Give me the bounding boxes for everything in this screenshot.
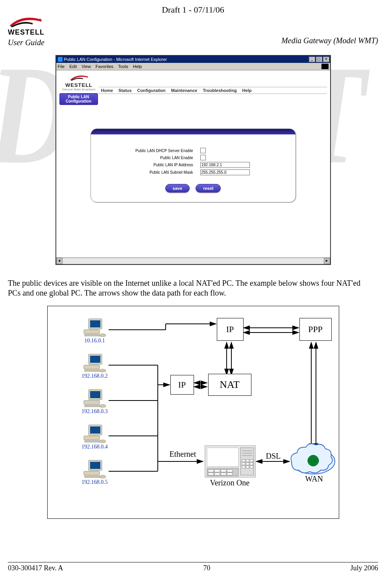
svg-point-76: [100, 475, 106, 478]
svg-rect-51: [227, 473, 233, 475]
lan-ip-label: Public LAN IP Address: [107, 163, 196, 167]
footer-page-number: 70: [203, 564, 210, 572]
menu-view[interactable]: View: [81, 64, 91, 69]
svg-rect-41: [246, 466, 249, 468]
ethernet-label: Ethernet: [170, 450, 196, 459]
svg-rect-48: [208, 473, 214, 475]
svg-rect-49: [214, 473, 220, 475]
svg-rect-29: [207, 448, 238, 467]
nav-maintenance[interactable]: Maintenance: [171, 88, 198, 93]
menu-edit[interactable]: Edit: [69, 64, 77, 69]
draft-header: Draft 1 - 07/11/06: [8, 5, 378, 15]
svg-rect-38: [246, 463, 249, 465]
network-diagram: 10.16.0.1 192.168.0.2 192.168.0.3: [47, 306, 339, 519]
dsl-label: DSL: [266, 452, 281, 461]
pc-1: 10.16.0.1: [81, 318, 109, 344]
svg-point-66: [100, 404, 106, 408]
svg-point-71: [100, 440, 106, 443]
svg-rect-53: [90, 320, 100, 327]
dhcp-enable-checkbox[interactable]: [200, 148, 206, 153]
computer-icon: [83, 353, 107, 372]
close-button[interactable]: ✕: [323, 57, 329, 62]
minimize-button[interactable]: _: [309, 57, 315, 62]
nav-help[interactable]: Help: [242, 88, 252, 93]
nat-box: NAT: [208, 374, 251, 396]
svg-point-56: [100, 334, 106, 337]
logo-text: WESTELL: [8, 28, 59, 37]
svg-rect-54: [84, 330, 100, 334]
pc-4-ip: 192.168.0.4: [81, 444, 109, 450]
menu-tools[interactable]: Tools: [118, 64, 128, 69]
svg-rect-64: [84, 401, 100, 404]
router-brand: WESTELL: [59, 82, 99, 88]
svg-rect-45: [214, 470, 220, 472]
body-paragraph: The public devices are visible on the In…: [8, 278, 374, 298]
svg-rect-36: [250, 459, 253, 462]
pc-2-ip: 192.168.0.2: [81, 373, 109, 379]
lan-mask-input[interactable]: [200, 169, 250, 175]
config-panel: Public LAN DHCP Server Enable Public LAN…: [90, 129, 296, 202]
nav-status[interactable]: Status: [118, 88, 132, 93]
ppp-box: PPP: [299, 318, 332, 341]
sidebar-public-lan-button[interactable]: Public LAN Configuration: [59, 93, 98, 105]
svg-rect-44: [208, 470, 214, 472]
scroll-right-icon[interactable]: ►: [324, 258, 330, 264]
svg-rect-35: [246, 459, 249, 462]
wan-label: WAN: [305, 474, 323, 483]
svg-text:®: ®: [39, 18, 41, 21]
lan-ip-input[interactable]: [200, 162, 250, 168]
pc-5-ip: 192.168.0.5: [81, 479, 109, 485]
svg-rect-37: [242, 463, 245, 465]
page-footer: 030-300417 Rev. A 70 July 2006: [8, 562, 378, 572]
menu-favorites[interactable]: Favorites: [96, 64, 113, 69]
lan-mask-label: Public LAN Subnet Mask: [107, 170, 196, 175]
ip-left-box: IP: [170, 375, 194, 395]
nav-configuration[interactable]: Configuration: [137, 88, 166, 93]
router-logo-swoosh-icon: ®: [69, 74, 89, 82]
svg-rect-39: [250, 463, 253, 465]
user-guide-label: User Guide: [8, 38, 59, 47]
pc-2: 192.168.0.2: [81, 353, 109, 379]
ip-top-box: IP: [217, 318, 244, 341]
svg-point-61: [100, 369, 106, 372]
model-label: Media Gateway (Model WMT): [281, 36, 378, 45]
computer-icon: [83, 389, 107, 408]
svg-rect-34: [242, 459, 245, 462]
pc-3-ip: 192.168.0.3: [81, 408, 109, 415]
footer-left: 030-300417 Rev. A: [8, 564, 63, 572]
svg-rect-47: [227, 470, 233, 472]
scroll-left-icon[interactable]: ◄: [56, 258, 63, 264]
horizontal-scrollbar[interactable]: ◄ ►: [56, 257, 330, 264]
pc-1-ip: 10.16.0.1: [81, 338, 109, 344]
svg-rect-59: [84, 365, 100, 369]
menu-file[interactable]: File: [58, 64, 65, 69]
svg-text:®: ®: [86, 75, 87, 77]
nav-troubleshooting[interactable]: Troubleshooting: [203, 88, 236, 93]
pc-4: 192.168.0.4: [81, 424, 109, 450]
computer-icon: [83, 424, 107, 443]
svg-rect-46: [221, 470, 226, 472]
svg-rect-69: [84, 436, 100, 440]
ie-titlebar: Public LAN Configuration - Microsoft Int…: [56, 56, 330, 63]
save-button[interactable]: save: [165, 184, 190, 193]
verizon-one-label: Verizon One: [210, 478, 250, 487]
svg-rect-74: [84, 471, 100, 475]
router-tagline: Discover Better Broadband: [59, 88, 99, 91]
ie-menubar: File Edit View Favorites Tools Help: [56, 63, 330, 70]
svg-rect-58: [90, 356, 100, 363]
maximize-button[interactable]: ▢: [316, 57, 322, 62]
svg-rect-73: [90, 462, 100, 469]
pc-5: 192.168.0.5: [81, 459, 109, 485]
ie-screenshot: Public LAN Configuration - Microsoft Int…: [55, 55, 331, 265]
computer-icon: [83, 459, 107, 478]
nav-home[interactable]: Home: [101, 88, 113, 93]
lan-enable-checkbox[interactable]: [200, 155, 206, 160]
scroll-track[interactable]: [63, 258, 324, 264]
menu-help[interactable]: Help: [133, 64, 142, 69]
reset-button[interactable]: reset: [196, 184, 221, 193]
dhcp-enable-label: Public LAN DHCP Server Enable: [107, 149, 196, 153]
ie-title-text: Public LAN Configuration - Microsoft Int…: [64, 57, 167, 62]
svg-rect-63: [90, 391, 100, 398]
router-logo: ® WESTELL Discover Better Broadband Publ…: [59, 74, 99, 105]
pc-3: 192.168.0.3: [81, 389, 109, 415]
